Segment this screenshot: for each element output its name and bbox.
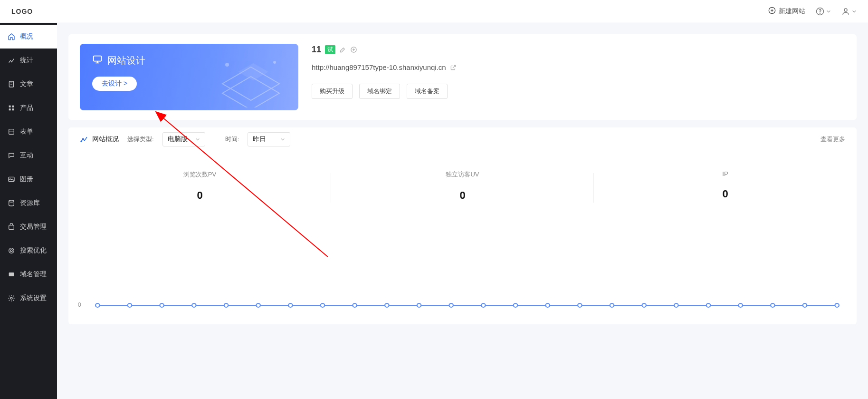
svg-point-30 xyxy=(81,141,82,142)
sidebar-item-form[interactable]: 表单 xyxy=(0,120,57,144)
site-url[interactable]: http://huang897157type-10.shanxiyunqi.cn xyxy=(312,63,446,71)
edit-name-button[interactable] xyxy=(339,46,346,53)
sidebar-item-stats[interactable]: 统计 xyxy=(0,49,57,72)
chevron-down-icon xyxy=(826,9,831,14)
domain-icon xyxy=(8,271,15,278)
sidebar: 概况 统计 文章 产品 表单 互动 图册 资源库 xyxy=(0,23,57,399)
stats-header: 网站概况 选择类型: 电脑版 时间: 昨日 查看更多 xyxy=(68,127,857,151)
type-label: 选择类型: xyxy=(127,135,154,144)
monitor-icon xyxy=(92,54,103,67)
topbar: LOGO 新建网站 xyxy=(0,0,868,23)
type-select-value: 电脑版 xyxy=(168,135,188,144)
svg-point-34 xyxy=(160,303,164,307)
sidebar-item-label: 统计 xyxy=(20,56,33,65)
sidebar-item-label: 互动 xyxy=(20,151,33,160)
sidebar-item-article[interactable]: 文章 xyxy=(0,72,57,96)
sidebar-item-domain[interactable]: 域名管理 xyxy=(0,263,57,286)
svg-rect-11 xyxy=(9,108,11,110)
open-url-icon[interactable] xyxy=(450,64,457,71)
site-title-row: 11 试 xyxy=(312,45,845,55)
plus-circle-icon xyxy=(768,7,776,16)
svg-point-44 xyxy=(481,303,486,307)
chart-wrap: 0 xyxy=(68,207,857,317)
sidebar-item-gallery[interactable]: 图册 xyxy=(0,167,57,191)
kpi-pv: 浏览次数PV 0 xyxy=(68,170,331,202)
sidebar-item-overview[interactable]: 概况 xyxy=(0,25,57,49)
trial-badge: 试 xyxy=(325,45,335,54)
svg-point-47 xyxy=(578,303,582,307)
add-site-button[interactable] xyxy=(350,46,357,53)
sidebar-item-label: 文章 xyxy=(20,80,33,88)
stats-title-text: 网站概况 xyxy=(92,135,119,144)
database-icon xyxy=(8,199,15,207)
bind-domain-button[interactable]: 域名绑定 xyxy=(359,84,400,99)
time-select[interactable]: 昨日 xyxy=(248,132,290,146)
view-more-link[interactable]: 查看更多 xyxy=(820,135,845,144)
chevron-down-icon xyxy=(280,137,285,142)
svg-point-48 xyxy=(610,303,614,307)
sidebar-item-label: 资源库 xyxy=(20,199,40,207)
grid-icon xyxy=(8,104,15,112)
kpi-row: 浏览次数PV 0 独立访客UV 0 IP 0 xyxy=(68,151,857,207)
decoration-illustration xyxy=(208,50,294,109)
sidebar-item-product[interactable]: 产品 xyxy=(0,96,57,120)
svg-point-21 xyxy=(10,297,12,299)
design-card: 网站设计 去设计 > xyxy=(80,44,298,110)
svg-point-52 xyxy=(738,303,743,307)
stats-title: 网站概况 xyxy=(80,135,119,145)
svg-point-18 xyxy=(9,248,14,253)
svg-point-33 xyxy=(128,303,132,307)
new-site-button[interactable]: 新建网站 xyxy=(768,7,805,16)
sidebar-item-seo[interactable]: 搜索优化 xyxy=(0,239,57,263)
sidebar-item-resource[interactable]: 资源库 xyxy=(0,191,57,215)
svg-rect-20 xyxy=(9,272,14,276)
svg-point-16 xyxy=(9,200,14,202)
svg-rect-13 xyxy=(9,129,14,135)
sidebar-item-interact[interactable]: 互动 xyxy=(0,144,57,167)
kpi-label: 浏览次数PV xyxy=(68,170,331,179)
sidebar-item-trade[interactable]: 交易管理 xyxy=(0,215,57,239)
user-menu-button[interactable] xyxy=(841,7,857,16)
go-design-button[interactable]: 去设计 > xyxy=(92,77,137,91)
svg-point-40 xyxy=(353,303,357,307)
time-label: 时间: xyxy=(225,135,239,144)
svg-point-38 xyxy=(288,303,293,307)
kpi-label: IP xyxy=(594,170,857,177)
site-actions: 购买升级 域名绑定 域名备案 xyxy=(312,84,845,99)
gear-icon xyxy=(8,294,15,302)
go-design-label: 去设计 > xyxy=(102,79,127,88)
svg-point-35 xyxy=(192,303,196,307)
target-icon xyxy=(8,247,15,254)
svg-point-5 xyxy=(844,9,847,11)
time-select-value: 昨日 xyxy=(253,135,266,144)
chat-icon xyxy=(8,152,15,159)
sidebar-item-label: 产品 xyxy=(20,104,33,112)
svg-point-4 xyxy=(820,13,820,13)
site-info: 11 试 http://huang897157type-10.shanxiyun… xyxy=(312,44,845,99)
chevron-down-icon xyxy=(852,9,857,14)
site-url-row: http://huang897157type-10.shanxiyunqi.cn xyxy=(312,63,845,71)
type-select[interactable]: 电脑版 xyxy=(162,132,205,146)
record-domain-button[interactable]: 域名备案 xyxy=(407,84,448,99)
stats-panel: 网站概况 选择类型: 电脑版 时间: 昨日 查看更多 浏览次数PV 0 xyxy=(68,127,857,324)
upgrade-button[interactable]: 购买升级 xyxy=(312,84,353,99)
kpi-ip: IP 0 xyxy=(594,170,857,202)
home-icon xyxy=(8,33,15,40)
svg-rect-10 xyxy=(12,106,14,107)
sidebar-item-label: 图册 xyxy=(20,175,33,184)
main: 网站设计 去设计 > xyxy=(57,23,868,399)
kpi-value: 0 xyxy=(331,189,594,202)
help-button[interactable] xyxy=(816,7,831,16)
svg-point-43 xyxy=(449,303,453,307)
chevron-down-icon xyxy=(195,137,200,142)
svg-point-32 xyxy=(95,303,100,307)
svg-point-54 xyxy=(803,303,807,307)
svg-point-19 xyxy=(10,250,12,252)
sidebar-item-settings[interactable]: 系统设置 xyxy=(0,286,57,310)
svg-point-46 xyxy=(545,303,550,307)
chart-icon xyxy=(80,135,88,145)
svg-rect-17 xyxy=(9,225,14,230)
svg-point-42 xyxy=(417,303,421,307)
svg-point-55 xyxy=(835,303,839,307)
svg-rect-22 xyxy=(94,56,102,61)
